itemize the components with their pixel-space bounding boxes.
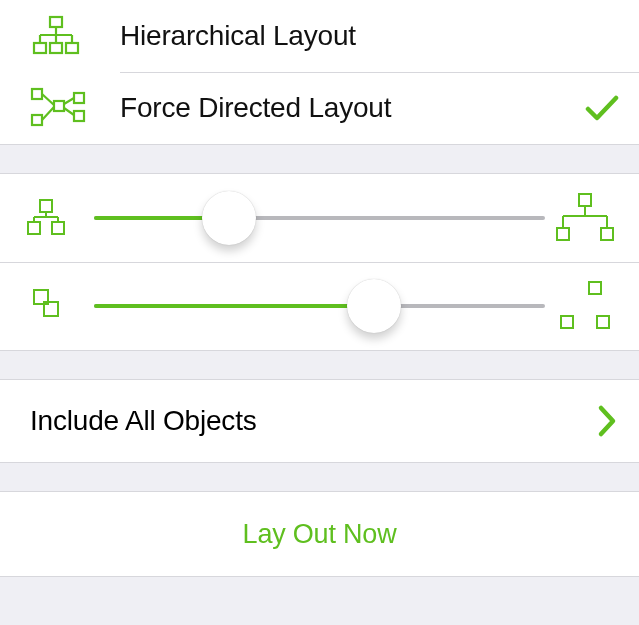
chevron-right-icon [597,404,619,438]
svg-rect-0 [50,17,62,27]
svg-rect-6 [32,115,42,125]
node-spacing-slider[interactable] [94,190,545,246]
hierarchy-icon [0,15,120,57]
svg-rect-10 [28,222,40,234]
svg-rect-4 [32,89,42,99]
cluster-distance-slider[interactable] [94,278,545,334]
svg-rect-14 [601,228,613,240]
layout-options-group: Hierarchical Layout Force Directed Layou… [0,0,639,145]
action-label: Lay Out Now [243,519,397,550]
svg-rect-2 [50,43,62,53]
svg-rect-9 [40,200,52,212]
sliders-group [0,173,639,351]
layout-option-hierarchical[interactable]: Hierarchical Layout [0,0,639,72]
checkmark-icon [585,93,619,123]
svg-rect-5 [54,101,64,111]
layout-option-force-directed[interactable]: Force Directed Layout [0,72,639,144]
include-label: Include All Objects [30,405,597,437]
include-all-objects-row[interactable]: Include All Objects [0,380,639,462]
svg-rect-13 [557,228,569,240]
svg-rect-12 [579,194,591,206]
cluster-loose-icon [545,280,615,332]
svg-rect-11 [52,222,64,234]
svg-rect-7 [74,93,84,103]
include-group: Include All Objects [0,379,639,463]
cluster-tight-icon [24,286,94,326]
cluster-distance-slider-row [0,262,639,350]
svg-rect-17 [589,282,601,294]
svg-rect-3 [66,43,78,53]
action-group: Lay Out Now [0,491,639,577]
layout-option-label: Hierarchical Layout [120,20,569,52]
layout-option-label: Force Directed Layout [120,92,569,124]
force-directed-icon [0,87,120,129]
svg-rect-19 [597,316,609,328]
tree-compact-icon [24,198,94,238]
svg-rect-18 [561,316,573,328]
svg-rect-8 [74,111,84,121]
tree-spread-icon [545,192,615,244]
lay-out-now-button[interactable]: Lay Out Now [0,492,639,576]
node-spacing-slider-row [0,174,639,262]
svg-rect-1 [34,43,46,53]
